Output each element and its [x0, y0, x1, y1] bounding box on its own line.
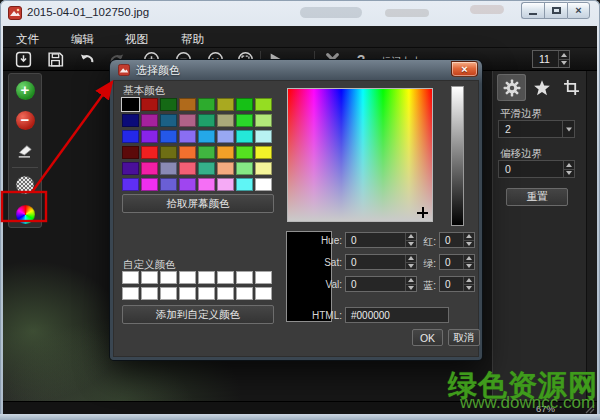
spin-up-icon[interactable] — [464, 233, 474, 241]
custom-color-swatch[interactable] — [179, 287, 196, 300]
hue-field[interactable]: 0 — [345, 232, 417, 248]
custom-color-swatch[interactable] — [236, 271, 253, 284]
custom-color-swatch[interactable] — [179, 271, 196, 284]
spin-up-icon[interactable] — [464, 255, 474, 263]
red-field[interactable]: 0 — [439, 232, 475, 248]
spinner-arrows[interactable] — [463, 255, 474, 269]
spin-down-icon[interactable] — [406, 263, 416, 270]
custom-color-swatch[interactable] — [198, 271, 215, 284]
spin-up-icon[interactable] — [564, 161, 574, 170]
spin-down-icon[interactable] — [464, 241, 474, 248]
val-field[interactable]: 0 — [345, 276, 417, 292]
tab-settings[interactable] — [497, 74, 526, 101]
smooth-boundary-combo[interactable]: 2 — [498, 120, 575, 138]
remove-mark-button[interactable]: − — [12, 108, 38, 134]
basic-color-swatch[interactable] — [198, 114, 215, 127]
basic-color-swatch[interactable] — [122, 114, 139, 127]
custom-color-swatch[interactable] — [160, 287, 177, 300]
mark-size-spinbox[interactable]: 11 — [532, 50, 570, 68]
basic-color-swatch[interactable] — [198, 130, 215, 143]
basic-color-swatch[interactable] — [179, 114, 196, 127]
spinner-arrows[interactable] — [463, 277, 474, 291]
basic-color-swatch[interactable] — [141, 98, 158, 111]
add-mark-button[interactable]: + — [12, 78, 38, 104]
basic-color-swatch[interactable] — [122, 162, 139, 175]
basic-color-swatch[interactable] — [160, 98, 177, 111]
custom-color-swatch[interactable] — [122, 271, 139, 284]
hue-saturation-picker[interactable] — [287, 88, 433, 222]
blue-field[interactable]: 0 — [439, 276, 475, 292]
undo-button[interactable] — [77, 50, 97, 69]
basic-color-swatch[interactable] — [236, 114, 253, 127]
save-button[interactable] — [45, 50, 65, 69]
spin-down-icon[interactable] — [406, 241, 416, 248]
basic-color-swatch[interactable] — [122, 146, 139, 159]
spin-down-icon[interactable] — [464, 285, 474, 292]
spin-down-icon[interactable] — [559, 60, 569, 68]
green-field[interactable]: 0 — [439, 254, 475, 270]
basic-color-swatch[interactable] — [198, 146, 215, 159]
spinner-arrows[interactable] — [405, 277, 416, 291]
maximize-button[interactable] — [544, 2, 567, 19]
basic-color-swatch[interactable] — [255, 130, 272, 143]
spinner-arrows[interactable] — [463, 233, 474, 247]
basic-color-swatch[interactable] — [141, 146, 158, 159]
basic-color-swatch[interactable] — [198, 162, 215, 175]
dialog-title-bar[interactable]: 选择颜色 × — [110, 60, 482, 80]
custom-color-swatch[interactable] — [141, 287, 158, 300]
basic-color-swatch[interactable] — [179, 146, 196, 159]
basic-color-swatch[interactable] — [179, 130, 196, 143]
dialog-close-button[interactable]: × — [451, 61, 478, 77]
spin-up-icon[interactable] — [464, 277, 474, 285]
basic-color-swatch[interactable] — [255, 114, 272, 127]
value-bar[interactable] — [451, 86, 464, 226]
basic-color-swatch[interactable] — [179, 178, 196, 191]
basic-color-swatch[interactable] — [160, 146, 177, 159]
basic-color-swatch[interactable] — [198, 178, 215, 191]
title-bar[interactable]: 2015-04-01_102750.jpg × — [0, 0, 600, 26]
basic-color-swatch[interactable] — [179, 98, 196, 111]
offset-boundary-spinbox[interactable]: 0 — [498, 160, 575, 178]
spin-down-icon[interactable] — [564, 170, 574, 178]
menu-view[interactable]: 视图 — [121, 30, 152, 49]
tab-star[interactable] — [527, 74, 556, 101]
basic-color-swatch[interactable] — [255, 98, 272, 111]
custom-color-swatch[interactable] — [198, 287, 215, 300]
basic-color-swatch[interactable] — [217, 162, 234, 175]
custom-color-swatch[interactable] — [255, 271, 272, 284]
custom-color-swatch[interactable] — [236, 287, 253, 300]
sat-field[interactable]: 0 — [345, 254, 417, 270]
basic-color-swatch[interactable] — [217, 98, 234, 111]
basic-color-swatch[interactable] — [255, 178, 272, 191]
basic-color-swatch[interactable] — [236, 162, 253, 175]
basic-color-swatch[interactable] — [217, 114, 234, 127]
basic-color-swatch[interactable] — [122, 98, 139, 111]
basic-color-swatch[interactable] — [255, 146, 272, 159]
basic-color-swatch[interactable] — [255, 162, 272, 175]
basic-color-swatch[interactable] — [141, 130, 158, 143]
spin-down-icon[interactable] — [464, 263, 474, 270]
basic-color-swatch[interactable] — [160, 114, 177, 127]
basic-color-swatch[interactable] — [141, 114, 158, 127]
custom-color-swatch[interactable] — [217, 287, 234, 300]
spin-up-icon[interactable] — [406, 277, 416, 285]
cancel-button[interactable]: 取消 — [448, 329, 480, 346]
basic-color-swatch[interactable] — [217, 178, 234, 191]
minimize-button[interactable] — [521, 2, 544, 19]
menu-help[interactable]: 帮助 — [177, 30, 208, 49]
spin-up-icon[interactable] — [559, 51, 569, 60]
basic-color-swatch[interactable] — [198, 98, 215, 111]
eraser-button[interactable] — [12, 137, 38, 163]
spinner-arrows[interactable] — [558, 51, 569, 67]
basic-color-swatch[interactable] — [122, 130, 139, 143]
spinner-arrows[interactable] — [405, 233, 416, 247]
custom-color-swatch[interactable] — [160, 271, 177, 284]
basic-color-swatch[interactable] — [141, 162, 158, 175]
basic-color-swatch[interactable] — [236, 130, 253, 143]
reset-button[interactable]: 重置 — [506, 188, 568, 206]
html-field[interactable]: #000000 — [345, 307, 449, 323]
custom-color-swatch[interactable] — [122, 287, 139, 300]
basic-color-swatch[interactable] — [236, 178, 253, 191]
menu-edit[interactable]: 编辑 — [67, 30, 98, 49]
spin-up-icon[interactable] — [406, 255, 416, 263]
